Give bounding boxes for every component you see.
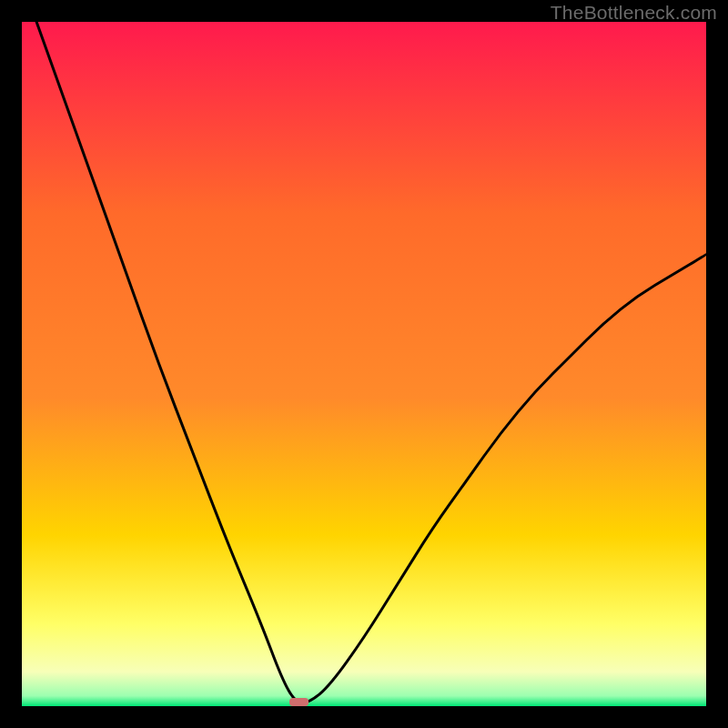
chart-frame bbox=[22, 22, 706, 706]
min-point-marker bbox=[289, 698, 308, 706]
gradient-background bbox=[22, 22, 706, 706]
watermark-text: TheBottleneck.com bbox=[551, 2, 717, 24]
bottleneck-chart bbox=[22, 22, 706, 706]
